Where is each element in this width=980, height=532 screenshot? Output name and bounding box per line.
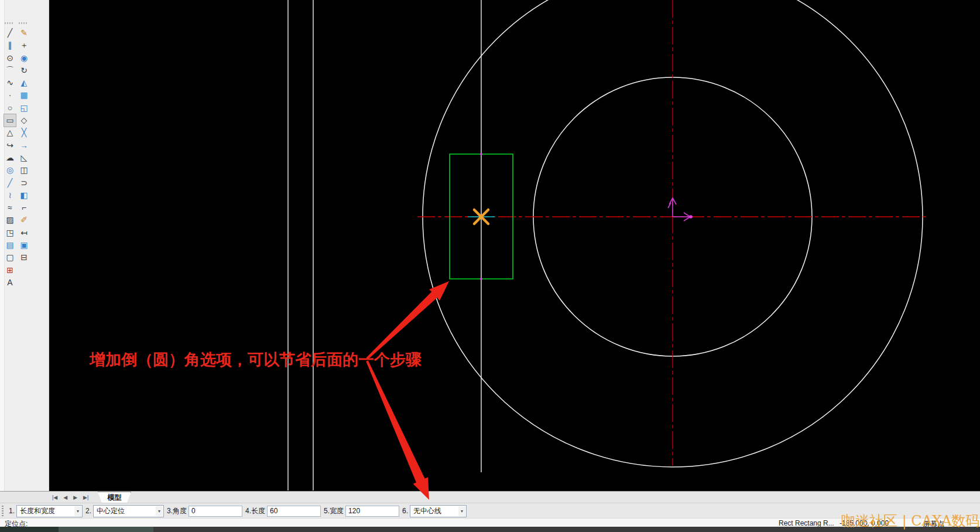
tool-mirror-icon[interactable]: ◭: [18, 77, 30, 89]
drawing-canvas[interactable]: 增加倒（圆）角选项，可以节省后面的一个步骤: [49, 0, 980, 491]
tool-section-line-icon[interactable]: ≀: [4, 189, 16, 202]
chevron-down-icon[interactable]: ▾: [74, 506, 81, 516]
width-input[interactable]: [345, 506, 399, 517]
tool-sheet-icon[interactable]: ▢: [4, 251, 16, 264]
tool-gradient-fill-icon[interactable]: ▤: [4, 239, 16, 251]
tool-spline-icon[interactable]: ∿: [4, 77, 16, 89]
sheet-tab-bar: |◀ ◀ ▶ ▶| 模型: [0, 491, 980, 503]
toolbar-drag-handle[interactable]: [5, 22, 14, 24]
tool-detail-view-icon[interactable]: ◳: [4, 227, 16, 239]
tool-copy-icon[interactable]: ◉: [18, 52, 30, 64]
tool-move-icon[interactable]: ＋: [18, 39, 30, 52]
tool-circle-icon[interactable]: ⊙: [4, 52, 16, 64]
bottom-edge-strip: [0, 527, 980, 532]
caxa-application-window: 增加倒（圆）角选项，可以节省后面的一个步骤 ╱∥⊙⌒∿·○▭△↪☁◎╱≀≈▨◳▤…: [0, 0, 980, 532]
tool-centerline-icon[interactable]: ╱: [4, 177, 16, 189]
immediate-menu-bar: 1. 长度和宽度 ▾ 2. 中心定位 ▾ 3.角度 4.长度 5.宽度 6. 无…: [0, 503, 980, 519]
parambar-grip[interactable]: [2, 506, 4, 516]
tool-rotate-icon[interactable]: ↻: [18, 64, 30, 77]
strip-segment: [0, 527, 59, 532]
canvas-geometry: 增加倒（圆）角选项，可以节省后面的一个步骤: [49, 0, 980, 491]
tool-stretch-icon[interactable]: ◇: [18, 114, 30, 127]
tool-plot-icon[interactable]: ⊟: [18, 251, 30, 264]
tool-arc-icon[interactable]: ⌒: [4, 64, 16, 77]
rect-mode-value: 长度和宽度: [20, 506, 55, 516]
tool-dimension-icon[interactable]: ↤: [18, 227, 30, 239]
field2-index: 2.: [85, 507, 91, 515]
first-sheet-button[interactable]: |◀: [50, 495, 59, 500]
length-label: 4.长度: [245, 506, 265, 516]
tool-table-icon[interactable]: ⊞: [4, 264, 16, 277]
tool-chamfer-icon[interactable]: ◺: [18, 152, 30, 164]
tool-ellipse-icon[interactable]: ○: [4, 102, 16, 114]
axis-endpoint-dot: [689, 215, 693, 219]
midpoint-dot-top: [480, 153, 482, 155]
chevron-down-icon[interactable]: ▾: [458, 506, 465, 516]
tool-view-image-icon[interactable]: ▣: [18, 239, 30, 251]
next-sheet-button[interactable]: ▶: [71, 495, 79, 500]
tool-eraser-icon[interactable]: ✎: [18, 27, 30, 39]
draw-toolbar-column: ╱∥⊙⌒∿·○▭△↪☁◎╱≀≈▨◳▤▢⊞A: [4, 27, 16, 289]
tool-array-icon[interactable]: ▦: [18, 89, 30, 101]
status-bar: 定位点: Rect Rectang R... -185.000, 0.000 屏…: [0, 518, 980, 527]
tool-point-icon[interactable]: ·: [4, 89, 16, 101]
annotation-text: 增加倒（圆）角选项，可以节省后面的一个步骤: [88, 351, 422, 369]
left-toolbar-panel: ╱∥⊙⌒∿·○▭△↪☁◎╱≀≈▨◳▤▢⊞A ✎＋◉↻◭▦◱◇╳→◺◫⊃◧⌐✐↤▣…: [0, 0, 49, 491]
tab-model[interactable]: 模型: [97, 492, 131, 504]
modify-toolbar-column: ✎＋◉↻◭▦◱◇╳→◺◫⊃◧⌐✐↤▣⊟: [18, 27, 30, 264]
sheet-nav: |◀ ◀ ▶ ▶|: [50, 495, 90, 500]
tool-align-edge-icon[interactable]: ◫: [18, 164, 30, 176]
tool-profile-icon[interactable]: ⌐: [18, 202, 30, 214]
centerline-option-value: 无中心线: [413, 506, 441, 516]
centerline-option-dropdown[interactable]: 无中心线 ▾: [410, 505, 467, 517]
tool-wave-curve-icon[interactable]: ≈: [4, 202, 16, 214]
length-input[interactable]: [267, 506, 321, 517]
field1-index: 1.: [9, 507, 15, 515]
origin-axes-marker: [668, 198, 690, 221]
tool-trim-icon[interactable]: ╳: [18, 127, 30, 139]
chevron-down-icon[interactable]: ▾: [156, 506, 163, 516]
angle-label: 3.角度: [167, 506, 187, 516]
strip-segment: [59, 527, 153, 532]
tool-break-icon[interactable]: ⊃: [18, 177, 30, 189]
prev-sheet-button[interactable]: ◀: [61, 495, 69, 500]
rect-mode-dropdown[interactable]: 长度和宽度 ▾: [16, 505, 83, 517]
angle-input[interactable]: [189, 506, 242, 517]
tool-parallel-lines-icon[interactable]: ∥: [4, 39, 16, 52]
tool-line-icon[interactable]: ╱: [4, 27, 16, 39]
command-history: Rect Rectang R...: [779, 519, 834, 527]
tool-scale-icon[interactable]: ◱: [18, 102, 30, 114]
tool-formula-curve-icon[interactable]: ↪: [4, 139, 16, 152]
tool-donut-icon[interactable]: ◎: [4, 164, 16, 176]
width-label: 5.宽度: [324, 506, 344, 516]
tool-hatch-icon[interactable]: ▨: [4, 214, 16, 226]
field6-index: 6.: [402, 507, 408, 515]
tool-polygon-icon[interactable]: △: [4, 127, 16, 139]
tool-dim-style-icon[interactable]: ✐: [18, 214, 30, 226]
tool-text-icon[interactable]: A: [4, 277, 16, 289]
tool-solid-box-icon[interactable]: ◧: [18, 189, 30, 202]
tool-revision-cloud-icon[interactable]: ☁: [4, 152, 16, 164]
tool-rectangle-icon[interactable]: ▭: [4, 114, 16, 127]
positioning-value: 中心定位: [97, 506, 125, 516]
positioning-dropdown[interactable]: 中心定位 ▾: [93, 505, 164, 517]
forum-watermark: 咖迷社区 | CAXA数码大方: [841, 513, 980, 528]
last-sheet-button[interactable]: ▶|: [81, 495, 90, 500]
tool-extend-icon[interactable]: →: [18, 139, 30, 152]
midpoint-dot-bottom: [480, 278, 482, 280]
toolbar-drag-handle[interactable]: [19, 22, 28, 24]
